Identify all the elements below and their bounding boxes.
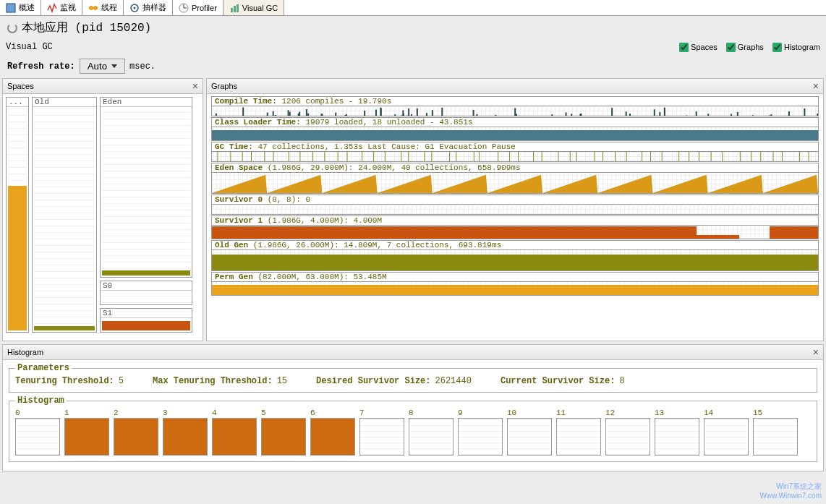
svg-rect-99 [558,152,558,161]
hist-cell-5: 5 [261,409,306,456]
svg-rect-96 [518,152,519,161]
svg-rect-43 [626,111,627,116]
graph-5: Survivor 1 (1.986G, 4.000M): 4.000M [211,215,819,239]
svg-rect-65 [611,108,613,116]
close-icon[interactable]: × [192,80,198,92]
tab-profiler[interactable]: Profiler [173,0,223,15]
graph-detail: 19079 loaded, 18 unloaded - 43.851s [305,118,472,127]
graph-chart [211,249,819,271]
svg-rect-60 [335,113,336,116]
svg-rect-100 [570,152,571,161]
param-item: Current Survivor Size:8 [501,376,625,386]
check-histogram[interactable]: Histogram [772,43,820,52]
refresh-dropdown[interactable]: Auto [80,59,125,74]
space-s1-fill [102,321,190,331]
svg-rect-44 [551,114,553,116]
graph-1: Class Loader Time: 19079 loaded, 18 unlo… [211,117,819,141]
svg-rect-114 [740,152,741,161]
close-icon[interactable]: × [813,346,819,358]
graph-2: GC Time: 47 collections, 1.353s Last Cau… [211,142,819,162]
visualgc-icon [229,3,239,13]
svg-rect-73 [242,152,243,161]
graph-title: Survivor 0 [215,195,263,204]
space-old: Old [32,97,97,333]
svg-rect-20 [514,108,516,116]
svg-rect-113 [722,152,723,161]
svg-rect-79 [312,152,313,161]
check-spaces[interactable]: Spaces [679,43,718,52]
hist-cell-6: 6 [310,409,355,456]
hist-cell-7: 7 [359,409,404,456]
tab-overview[interactable]: 概述 [0,0,41,15]
tab-sampler[interactable]: 抽样器 [124,0,173,15]
svg-rect-45 [804,108,805,116]
tab-label: Visual GC [242,4,278,12]
graph-title: Perm Gen [215,273,253,281]
graph-detail: 1206 compiles - 19.790s [281,97,391,106]
svg-rect-13 [408,108,409,116]
svg-rect-110 [689,152,689,161]
svg-rect-8 [231,8,233,12]
hist-cell-0: 0 [15,409,60,456]
svg-rect-36 [288,110,289,116]
hist-cell-14: 14 [704,409,749,456]
graph-title: Eden Space [215,163,263,172]
hist-cell-3: 3 [163,409,208,456]
svg-rect-68 [752,115,754,116]
svg-rect-23 [731,114,732,116]
svg-rect-33 [402,110,404,116]
parameters-fieldset: Parameters Tenuring Threshold:5Max Tenur… [9,363,817,393]
hist-cell-2: 2 [114,409,158,456]
svg-rect-95 [509,152,510,161]
svg-rect-22 [364,111,365,116]
graph-detail: (82.000M, 63.000M): 53.485M [257,273,386,281]
param-item: Desired Survivor Size:2621440 [316,376,472,386]
tab-label: 概述 [19,2,35,13]
svg-point-2 [93,6,98,10]
section-header: Visual GC Spaces Graphs Histogram [0,40,826,54]
svg-rect-48 [242,108,244,116]
monitor-icon [47,3,57,13]
svg-rect-103 [603,152,603,161]
svg-rect-77 [289,152,289,161]
graph-6: Old Gen (1.986G, 26.000M): 14.809M, 7 co… [211,240,819,271]
svg-rect-101 [576,152,576,161]
svg-rect-10 [237,4,239,12]
tab-threads[interactable]: 线程 [82,0,124,15]
tab-label: 监视 [60,2,76,13]
svg-rect-12 [629,114,631,116]
histogram-title: Histogram [7,348,43,356]
hist-cell-11: 11 [556,409,601,456]
tab-visualgc[interactable]: Visual GC [223,0,284,15]
svg-rect-59 [770,114,772,116]
profiler-icon [179,3,189,13]
svg-rect-70 [654,109,655,116]
svg-rect-30 [216,114,217,116]
svg-rect-54 [321,114,323,116]
page-title: 本地应用 (pid 15020) [22,20,151,35]
svg-rect-109 [678,152,679,161]
refresh-unit: msec. [129,61,156,72]
svg-rect-58 [571,114,572,116]
svg-rect-51 [417,108,418,116]
graph-chart [211,172,819,194]
svg-rect-19 [346,114,347,116]
svg-rect-75 [264,152,265,161]
graph-title: Compile Time: [215,97,277,106]
graph-title: GC Time: [215,142,253,151]
graph-chart [211,204,819,215]
graph-chart [211,281,819,296]
svg-rect-25 [275,115,276,116]
check-graphs[interactable]: Graphs [726,43,764,52]
svg-rect-27 [566,112,567,116]
tab-monitor[interactable]: 监视 [41,0,82,15]
threads-icon [88,3,98,13]
svg-rect-66 [707,114,709,116]
svg-rect-86 [401,152,401,161]
svg-rect-116 [760,152,761,161]
graph-detail: 47 collections, 1.353s Last Cause: G1 Ev… [257,142,515,151]
space-s1: S1 [100,308,192,333]
space-s0: S0 [100,281,192,305]
close-icon[interactable]: × [813,80,819,92]
spaces-title: Spaces [7,82,34,90]
